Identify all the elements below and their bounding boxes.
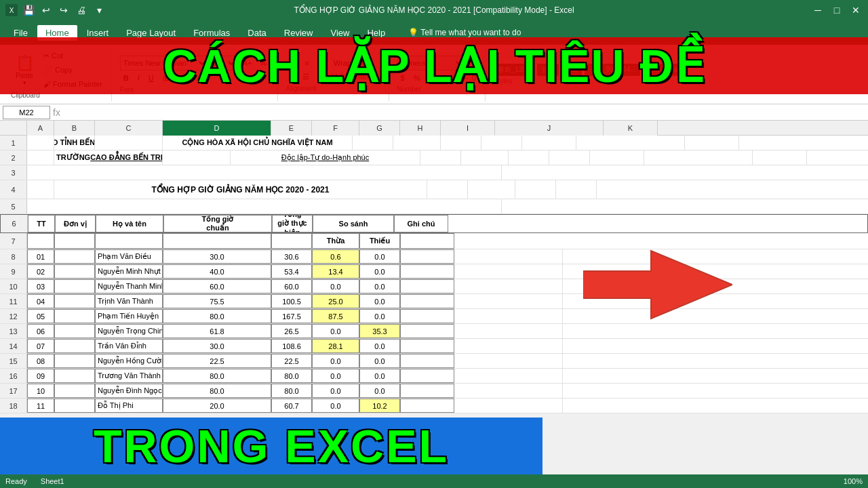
cell-b4[interactable]: TỔNG HỢP GIỜ GIẢNG NĂM HỌC 2020 - 2021 <box>54 180 427 199</box>
cell-chuan-18[interactable]: 20.0 <box>163 399 271 413</box>
decrease-font-btn[interactable]: A- <box>258 57 272 69</box>
cell-f7-thua[interactable]: Thừa <box>312 233 359 249</box>
cell-e4[interactable] <box>427 180 468 199</box>
row-num-18[interactable]: 18 <box>0 399 27 413</box>
menu-review[interactable]: Review <box>276 25 321 41</box>
col-header-i[interactable]: I <box>441 121 495 136</box>
cell-donvi-12[interactable] <box>54 309 95 323</box>
cell-f6-so-sanh[interactable]: So sánh <box>313 215 394 232</box>
cell-k2[interactable] <box>753 150 807 165</box>
cell-i1[interactable] <box>522 136 576 150</box>
cell-tt-16[interactable]: 09 <box>27 369 54 383</box>
cell-j-8[interactable] <box>454 249 563 264</box>
cell-thua-9[interactable]: 13.4 <box>312 264 359 279</box>
cell-a5[interactable] <box>27 199 502 214</box>
row-num-10[interactable]: 10 <box>0 279 27 293</box>
cell-e1[interactable] <box>353 136 393 150</box>
cell-thuc-8[interactable]: 30.6 <box>271 249 312 264</box>
menu-data[interactable]: Data <box>239 25 274 41</box>
cell-ghichu-18[interactable] <box>400 399 454 413</box>
cell-chuan-10[interactable]: 60.0 <box>163 279 271 293</box>
cell-d1[interactable]: CỘNG HÒA XÃ HỘI CHỦ NGHĨA VIỆT NAM <box>163 136 353 150</box>
underline-btn[interactable]: U <box>145 72 157 84</box>
cell-donvi-9[interactable] <box>54 264 95 279</box>
cell-c2[interactable] <box>163 150 231 165</box>
cell-h4[interactable] <box>556 180 597 199</box>
increase-font-btn[interactable]: A+ <box>239 57 256 69</box>
format-painter-button[interactable]: 🖌 Format Painter <box>40 78 106 90</box>
cell-thuc-17[interactable]: 80.0 <box>271 384 312 398</box>
menu-page-layout[interactable]: Page Layout <box>118 25 184 41</box>
row-num-17[interactable]: 17 <box>0 384 27 398</box>
cell-thua-17[interactable]: 0.0 <box>312 384 359 398</box>
cell-b2[interactable]: TRƯỜNG CAO ĐẲNG BẾN TRE <box>54 150 163 165</box>
cell-thua-14[interactable]: 28.1 <box>312 339 359 353</box>
cell-ghichu-9[interactable] <box>400 264 454 279</box>
cell-tt-18[interactable]: 11 <box>27 399 54 413</box>
cell-ghichu-13[interactable] <box>400 324 454 338</box>
col-header-b[interactable]: B <box>54 121 95 136</box>
paste-button[interactable]: 📋 Paste ▾ <box>11 53 38 87</box>
cell-b7[interactable] <box>54 233 95 249</box>
window-controls[interactable]: ─ □ ✕ <box>811 3 863 17</box>
row-num-16[interactable]: 16 <box>0 369 27 383</box>
menu-help[interactable]: Help <box>359 25 393 41</box>
cut-button[interactable]: ✂ Cut <box>40 49 106 62</box>
row-num-7[interactable]: 7 <box>0 233 27 249</box>
cell-hoten-10[interactable]: Nguyễn Thanh Minh <box>95 279 163 293</box>
cell-hoten-9[interactable]: Nguyễn Minh Nhựt <box>95 264 163 279</box>
row-num-13[interactable]: 13 <box>0 324 27 338</box>
menu-view[interactable]: View <box>322 25 357 41</box>
cell-thieu-11[interactable]: 0.0 <box>359 294 400 308</box>
undo-btn[interactable]: ↩ <box>39 3 53 17</box>
col-header-g[interactable]: G <box>359 121 400 136</box>
col-header-d[interactable]: D <box>163 121 271 136</box>
style-1202[interactable]: 통화_1202 <box>494 64 534 76</box>
cell-thua-16[interactable]: 0.0 <box>312 369 359 383</box>
cell-thieu-9[interactable]: 0.0 <box>359 264 400 279</box>
align-left-btn[interactable]: ≡ <box>286 71 297 83</box>
cell-thua-12[interactable]: 87.5 <box>312 309 359 323</box>
cell-hoten-18[interactable]: Đỗ Thị Phi <box>95 399 163 413</box>
borders-btn[interactable]: ⊞ <box>159 72 172 85</box>
wrap-text-btn[interactable]: Wrap Text <box>330 57 370 69</box>
cell-c6[interactable]: Họ và tên <box>96 215 163 232</box>
cell-g1[interactable] <box>441 136 481 150</box>
row-num-9[interactable]: 9 <box>0 264 27 279</box>
col-header-f[interactable]: F <box>312 121 359 136</box>
menu-insert[interactable]: Insert <box>79 25 117 41</box>
cell-thuc-12[interactable]: 167.5 <box>271 309 312 323</box>
cell-tt-8[interactable]: 01 <box>27 249 54 264</box>
cell-chuan-8[interactable]: 30.0 <box>163 249 271 264</box>
cell-chuan-17[interactable]: 80.0 <box>163 384 271 398</box>
font-color-btn[interactable]: A▾ <box>197 72 213 85</box>
row-num-6[interactable]: 6 <box>1 215 28 232</box>
cell-thua-13[interactable]: 0.0 <box>312 324 359 338</box>
cell-c1[interactable] <box>95 136 163 150</box>
save-btn[interactable]: 💾 <box>22 3 35 17</box>
cell-a4[interactable] <box>27 180 54 199</box>
cell-chuan-11[interactable]: 75.5 <box>163 294 271 308</box>
row-num-15[interactable]: 15 <box>0 354 27 368</box>
row-num-12[interactable]: 12 <box>0 309 27 323</box>
cell-ghichu-16[interactable] <box>400 369 454 383</box>
cell-j1[interactable] <box>576 136 685 150</box>
cell-tt-12[interactable]: 05 <box>27 309 54 323</box>
cell-hoten-16[interactable]: Trương Văn Thành <box>95 369 163 383</box>
cell-hoten-17[interactable]: Nguyễn Đình Ngọc Phú <box>95 384 163 398</box>
menu-home[interactable]: Home <box>37 25 77 41</box>
cell-thieu-17[interactable]: 0.0 <box>359 384 400 398</box>
cell-a1[interactable] <box>27 136 54 150</box>
title-bar-controls[interactable]: X 💾 ↩ ↪ 🖨 ▾ <box>5 3 106 17</box>
formula-input[interactable] <box>63 108 865 117</box>
cell-b6[interactable]: Đơn vị <box>55 215 96 232</box>
cell-thuc-15[interactable]: 22.5 <box>271 354 312 368</box>
cell-thieu-10[interactable]: 0.0 <box>359 279 400 293</box>
col-header-e[interactable]: E <box>271 121 312 136</box>
currency-btn[interactable]: $ <box>397 72 408 84</box>
cell-k1[interactable] <box>685 136 739 150</box>
cell-ghichu-14[interactable] <box>400 339 454 353</box>
cell-h2[interactable] <box>549 150 590 165</box>
cell-donvi-17[interactable] <box>54 384 95 398</box>
col-header-k[interactable]: K <box>604 121 658 136</box>
